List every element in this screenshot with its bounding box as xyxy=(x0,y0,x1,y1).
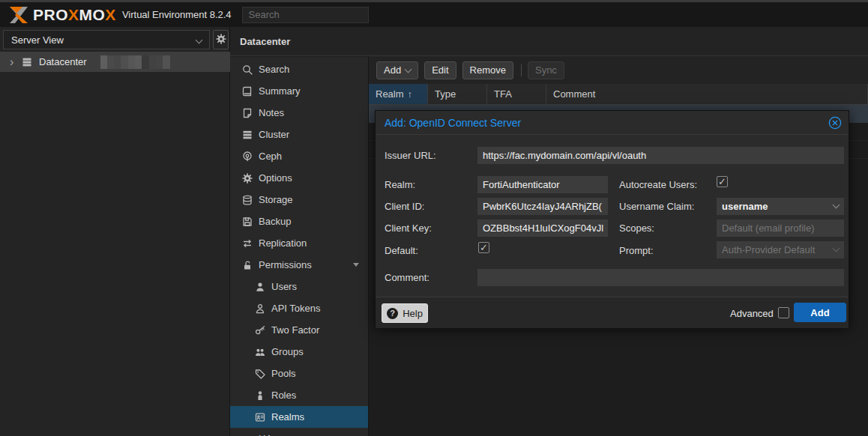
add-submit-button[interactable]: Add xyxy=(794,303,846,322)
advanced-checkbox[interactable] xyxy=(778,307,789,318)
issuer-url-label: Issuer URL: xyxy=(385,150,436,161)
proxmox-logo-icon xyxy=(7,5,30,25)
table-header: Realm↑TypeTFAComment xyxy=(369,84,868,105)
menu-item-replication[interactable]: Replication xyxy=(230,232,368,254)
menu-item-label: Notes xyxy=(259,107,284,118)
chevron-down-icon xyxy=(405,65,412,73)
menu-item-two-factor[interactable]: Two Factor xyxy=(230,319,368,341)
view-selector-dropdown[interactable]: Server View xyxy=(3,30,210,49)
menu-item-ceph[interactable]: Ceph xyxy=(230,145,368,167)
scopes-label: Scopes: xyxy=(619,222,654,234)
redacted-node-name xyxy=(100,55,170,69)
remove-button[interactable]: Remove xyxy=(462,61,513,79)
client-key-field[interactable]: OZBBbst4H1luICXogF04vJl xyxy=(477,219,608,237)
book-icon xyxy=(242,86,253,97)
ha-icon xyxy=(242,434,253,436)
sync-button[interactable]: Sync xyxy=(528,61,564,79)
tree-settings-button[interactable] xyxy=(213,30,229,49)
menu-item-permissions[interactable]: Permissions xyxy=(230,254,368,276)
menu-item-realms[interactable]: Realms xyxy=(230,406,368,428)
button-label: Sync xyxy=(535,64,557,76)
prompt-label: Prompt: xyxy=(619,245,654,256)
comment-label: Comment: xyxy=(385,272,430,283)
client-id-field[interactable]: PwbrK6Utcz4IayJ4ARhjZB( xyxy=(477,198,608,215)
button-label: Edit xyxy=(432,64,448,76)
menu-item-roles[interactable]: Roles xyxy=(230,384,368,406)
ceph-icon xyxy=(242,151,253,162)
issuer-url-field[interactable]: https://fac.mydomain.com/api/vl/oauth xyxy=(477,147,844,164)
column-header-realm[interactable]: Realm↑ xyxy=(369,84,428,104)
id-card-icon xyxy=(255,412,265,423)
brand-subtitle: Virtual Environment 8.2.4 xyxy=(122,9,232,20)
datacenter-menu: SearchSummaryNotesClusterCephOptionsStor… xyxy=(230,57,369,436)
global-search-input[interactable] xyxy=(242,7,369,23)
add-openid-dialog: Add: OpenID Connect Server Issuer URL: h… xyxy=(375,110,849,327)
menu-item-label: Search xyxy=(259,64,289,75)
floppy-icon xyxy=(242,217,253,227)
resource-tree-panel: Server View › Datacenter xyxy=(0,27,230,436)
page-title: Datacenter xyxy=(240,36,290,47)
button-label: Remove xyxy=(470,64,506,76)
user-icon xyxy=(255,282,265,292)
gear-icon xyxy=(242,173,253,184)
column-label: Comment xyxy=(553,88,595,100)
question-icon: ? xyxy=(387,308,398,319)
expander-icon[interactable]: › xyxy=(10,55,19,69)
menu-item-storage[interactable]: Storage xyxy=(230,189,368,211)
autocreate-checkbox[interactable] xyxy=(717,176,728,187)
storage-icon xyxy=(242,195,253,205)
menu-item-summary[interactable]: Summary xyxy=(230,80,368,102)
menu-item-cluster[interactable]: Cluster xyxy=(230,124,368,145)
person-icon xyxy=(255,390,265,401)
menu-item-api-tokens[interactable]: API Tokens xyxy=(230,297,368,319)
column-header-tfa[interactable]: TFA xyxy=(487,84,546,104)
key-icon xyxy=(255,325,265,336)
menu-item-label: HA xyxy=(259,433,272,436)
menu-item-backup[interactable]: Backup xyxy=(230,211,368,232)
help-button[interactable]: ? Help xyxy=(382,303,428,323)
edit-button[interactable]: Edit xyxy=(424,61,456,79)
dialog-header: Add: OpenID Connect Server xyxy=(376,111,849,135)
close-icon[interactable] xyxy=(828,116,842,130)
view-selector-value: Server View xyxy=(11,34,64,46)
menu-item-label: Cluster xyxy=(259,129,289,140)
menu-item-options[interactable]: Options xyxy=(230,167,368,189)
chevron-down-icon xyxy=(833,202,840,209)
column-label: Realm xyxy=(376,88,404,100)
default-label: Default: xyxy=(385,245,418,256)
add-button[interactable]: Add xyxy=(376,61,418,79)
menu-item-pools[interactable]: Pools xyxy=(230,363,368,384)
menu-item-label: Pools xyxy=(271,368,296,379)
menu-item-label: Storage xyxy=(259,194,293,205)
dialog-title: Add: OpenID Connect Server xyxy=(385,117,521,129)
realm-field[interactable]: FortiAuthenticator xyxy=(477,176,608,193)
sort-asc-icon: ↑ xyxy=(408,88,413,100)
menu-item-label: Users xyxy=(271,281,297,292)
advanced-label: Advanced xyxy=(730,308,774,319)
content-header: Datacenter xyxy=(230,27,868,56)
menu-item-ha[interactable]: HA xyxy=(230,428,368,436)
username-claim-dropdown[interactable]: username xyxy=(717,198,844,215)
tree-item-datacenter[interactable]: › Datacenter xyxy=(0,52,230,72)
menu-item-label: Backup xyxy=(259,216,291,227)
default-checkbox[interactable] xyxy=(478,242,489,253)
menu-item-groups[interactable]: Groups xyxy=(230,341,368,363)
search-icon xyxy=(242,64,253,75)
realm-label: Realm: xyxy=(385,179,415,190)
column-header-comment[interactable]: Comment xyxy=(546,84,868,104)
toolbar: AddEditRemoveSync xyxy=(369,56,868,84)
menu-item-notes[interactable]: Notes xyxy=(230,102,368,124)
menu-item-users[interactable]: Users xyxy=(230,276,368,297)
menu-item-label: Groups xyxy=(271,346,304,357)
username-claim-label: Username Claim: xyxy=(619,201,694,212)
chevron-down-icon xyxy=(196,36,203,43)
menu-item-label: Replication xyxy=(259,237,307,249)
menu-item-search[interactable]: Search xyxy=(230,58,368,80)
tag-icon xyxy=(255,369,265,379)
client-key-label: Client Key: xyxy=(385,222,432,234)
column-header-type[interactable]: Type xyxy=(428,84,487,104)
menu-item-label: Roles xyxy=(271,390,296,401)
comment-field[interactable] xyxy=(477,269,844,286)
menu-item-label: Summary xyxy=(259,85,301,97)
dialog-footer: ? Help Advanced Add xyxy=(376,297,849,328)
